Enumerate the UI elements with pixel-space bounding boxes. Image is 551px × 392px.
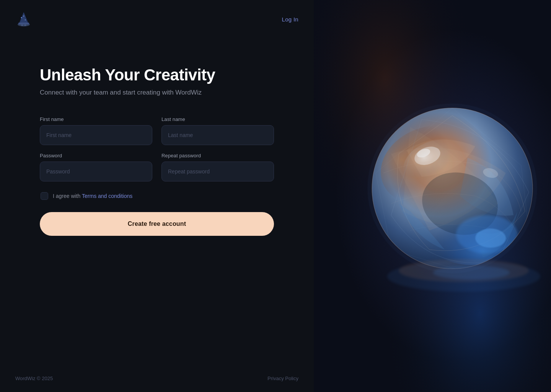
terms-label: I agree with Terms and conditions [53,193,132,199]
first-name-input[interactable] [40,125,152,145]
last-name-group: Last name [161,116,274,145]
left-panel: Log In Unleash Your Creativity Connect w… [0,0,314,392]
login-button[interactable]: Log In [282,16,298,23]
first-name-label: First name [40,116,152,122]
crystal-orb [353,96,551,296]
terms-link[interactable]: Terms and conditions [82,193,132,199]
main-content: Unleash Your Creativity Connect with you… [0,28,314,365]
header: Log In [0,0,314,28]
logo-icon [15,11,32,28]
page-subheadline: Connect with your team and start creatin… [40,89,274,96]
svg-point-25 [387,261,540,292]
terms-row: I agree with Terms and conditions [40,192,274,200]
svg-point-7 [21,24,23,26]
password-input[interactable] [40,162,152,181]
signup-form: First name Last name Password Repeat pas… [40,116,274,236]
svg-rect-3 [18,23,29,24]
right-panel [314,0,551,392]
last-name-label: Last name [161,116,274,122]
terms-checkbox[interactable] [41,192,48,200]
svg-point-4 [21,17,22,18]
repeat-password-input[interactable] [161,162,274,181]
password-label: Password [40,153,152,158]
logo-area [15,11,32,28]
footer-copyright: WordWiz © 2025 [15,376,53,381]
create-account-button[interactable]: Create free account [40,212,274,236]
password-group: Password [40,153,152,181]
svg-point-5 [25,20,26,20]
crystal-orb-container [353,96,551,296]
page-headline: Unleash Your Creativity [40,66,274,84]
first-name-group: First name [40,116,152,145]
repeat-password-group: Repeat password [161,153,274,181]
footer: WordWiz © 2025 Privacy Policy [0,365,314,392]
privacy-policy-link[interactable]: Privacy Policy [267,376,298,381]
svg-point-6 [23,16,24,16]
form-grid: First name Last name Password Repeat pas… [40,116,274,181]
last-name-input[interactable] [161,125,274,145]
svg-point-8 [24,24,26,26]
svg-point-21 [475,229,506,248]
repeat-password-label: Repeat password [161,153,274,158]
